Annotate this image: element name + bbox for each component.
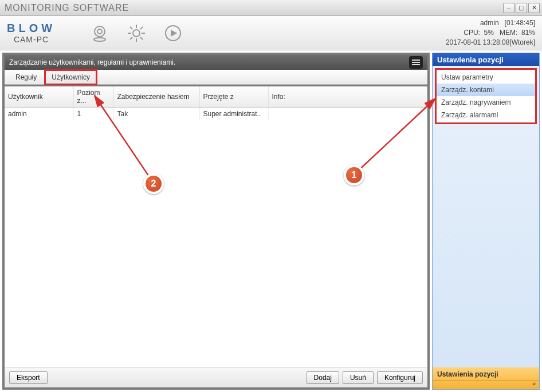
header-icons [90,23,183,43]
play-icon[interactable] [163,23,183,43]
table-header-row: Użytkownik Poziom z... Zabezpieczenie ha… [5,86,427,108]
status-block: admin [01:48:45] CPU: 5% MEM: 81% 2017-0… [446,18,535,47]
export-button[interactable]: Eksport [9,371,48,384]
svg-line-9 [140,37,143,39]
svg-point-2 [94,38,105,41]
status-datetime: 2017-08-01 13:28:08[Wtorek] [446,38,535,47]
expand-arrow-icon[interactable]: » [433,381,539,388]
footer-bar: Eksport Dodaj Usuń Konfiguruj [5,367,427,387]
svg-point-3 [133,30,140,37]
mem-value: 81% [521,29,535,37]
cpu-value: 5% [484,29,494,37]
gear-icon[interactable] [127,23,146,43]
col-pwprotect[interactable]: Zabezpieczenie hasłem [113,86,199,108]
close-button[interactable]: ✕ [528,3,540,13]
svg-rect-16 [412,64,420,65]
pane-title: Zarządzanie użytkownikami, regułami i up… [9,58,175,66]
cell-user: admin [5,108,73,121]
right-item-recording[interactable]: Zarządz. nagrywaniem [437,96,535,109]
col-user[interactable]: Użytkownik [5,86,73,108]
cell-level: 1 [73,108,113,121]
svg-line-11 [140,27,143,29]
svg-marker-13 [171,30,177,37]
table-row[interactable]: admin 1 Tak Super administrat.. [5,108,427,121]
annotation-bubble-2: 2 [143,173,164,194]
logo: BLOW [7,22,56,35]
left-pane: Zarządzanie użytkownikami, regułami i up… [2,53,430,390]
cell-info [268,108,427,121]
right-panel-title: Ustawienia pozycji [433,53,539,66]
add-button[interactable]: Dodaj [307,371,339,384]
configure-button[interactable]: Konfiguruj [377,371,423,384]
mem-label: MEM: [500,29,517,37]
header: BLOW CAM-PC admin [01:48:45] CPU: 5% MEM… [0,16,542,50]
minimize-button[interactable]: – [503,3,514,13]
cpu-label: CPU: [464,29,480,37]
maximize-button[interactable]: ▢ [516,3,527,13]
svg-rect-15 [412,62,420,63]
cell-accepted-from: Super administrat.. [199,108,268,121]
remove-button[interactable]: Usuń [343,371,374,384]
main: Zarządzanie użytkownikami, regułami i up… [0,50,542,392]
status-uptime: [01:48:45] [505,19,535,27]
right-item-accounts[interactable]: Zarządz. kontami [437,84,535,96]
logo-block: BLOW CAM-PC [7,22,56,44]
camera-icon[interactable] [90,23,109,43]
col-accepted-from[interactable]: Przejęte z [199,86,268,108]
tab-rules[interactable]: Reguły [9,70,43,84]
right-item-params[interactable]: Ustaw parametry [437,71,535,84]
status-user: admin [480,19,499,27]
right-pane: Ustawienia pozycji Ustaw parametry Zarzą… [432,53,540,390]
tab-users[interactable]: Użytkownicy [45,70,96,84]
users-table: Użytkownik Poziom z... Zabezpieczenie ha… [5,86,427,120]
right-footer-label[interactable]: Ustawienia pozycji [433,369,539,381]
svg-rect-14 [412,60,420,61]
annotation-bubble-1: 1 [344,165,364,185]
right-list: Ustaw parametry Zarządz. kontami Zarządz… [436,69,536,123]
col-level[interactable]: Poziom z... [73,86,113,108]
titlebar: MONITORING SOFTWARE – ▢ ✕ [0,0,542,16]
right-item-alarms[interactable]: Zarządz. alarmami [437,109,535,121]
right-footer: Ustawienia pozycji » [433,367,539,389]
app-title: MONITORING SOFTWARE [5,3,502,13]
svg-line-10 [130,37,132,39]
pane-header: Zarządzanie użytkownikami, regułami i up… [5,55,427,70]
users-table-wrapper: Użytkownik Poziom z... Zabezpieczenie ha… [5,86,427,367]
tabs: Reguły Użytkownicy [5,70,427,85]
svg-point-1 [97,29,102,34]
pane-menu-icon[interactable] [409,56,423,69]
svg-point-0 [95,26,105,37]
col-info[interactable]: Info: [268,86,427,108]
logo-subtitle: CAM-PC [14,35,49,44]
svg-line-8 [130,27,132,29]
cell-pwprotect: Tak [113,108,199,121]
